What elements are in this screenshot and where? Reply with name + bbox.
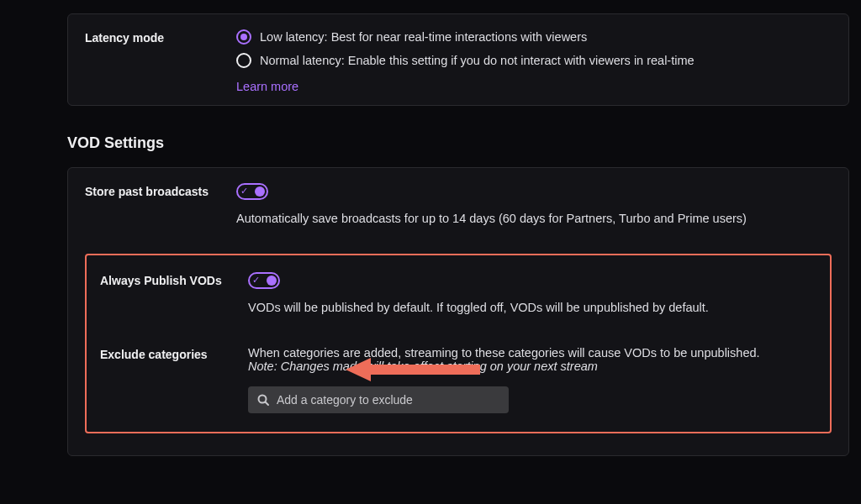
latency-card: Latency mode Low latency: Best for near …	[67, 13, 849, 106]
toggle-knob	[255, 186, 265, 197]
latency-option-low[interactable]: Low latency: Best for near real-time int…	[236, 29, 832, 45]
svg-line-2	[266, 402, 269, 405]
publish-toggle[interactable]: ✓	[248, 272, 280, 289]
check-icon: ✓	[240, 186, 248, 196]
vod-settings-title: VOD Settings	[67, 134, 861, 152]
always-publish-row: Always Publish VODs ✓ VODs will be publi…	[90, 272, 816, 318]
publish-desc: VODs will be published by default. If to…	[248, 299, 816, 318]
latency-option-text: Low latency: Best for near real-time int…	[260, 30, 587, 44]
store-label: Store past broadcasts	[85, 183, 219, 198]
radio-icon	[236, 29, 251, 45]
exclude-note: Note: Changes made will take effect star…	[248, 360, 816, 373]
radio-icon	[236, 53, 251, 68]
publish-label: Always Publish VODs	[90, 272, 231, 287]
search-icon	[256, 393, 270, 407]
store-past-broadcasts-row: Store past broadcasts ✓ Automatically sa…	[85, 183, 832, 228]
exclude-category-input[interactable]	[277, 393, 500, 407]
check-icon: ✓	[252, 276, 260, 285]
highlighted-vod-subsection: Always Publish VODs ✓ VODs will be publi…	[85, 254, 832, 433]
exclude-search-field[interactable]	[248, 386, 509, 413]
store-desc: Automatically save broadcasts for up to …	[236, 210, 832, 228]
exclude-categories-row: Exclude categories When categories are a…	[90, 346, 816, 413]
latency-option-normal[interactable]: Normal latency: Enable this setting if y…	[236, 53, 832, 68]
toggle-knob	[267, 276, 277, 286]
latency-label: Latency mode	[85, 29, 219, 45]
latency-option-text: Normal latency: Enable this setting if y…	[260, 54, 695, 67]
learn-more-link[interactable]: Learn more	[236, 80, 298, 93]
store-toggle[interactable]: ✓	[236, 183, 268, 200]
vod-settings-card: Store past broadcasts ✓ Automatically sa…	[67, 167, 849, 456]
exclude-label: Exclude categories	[90, 346, 231, 361]
exclude-desc: When categories are added, streaming to …	[248, 346, 816, 360]
